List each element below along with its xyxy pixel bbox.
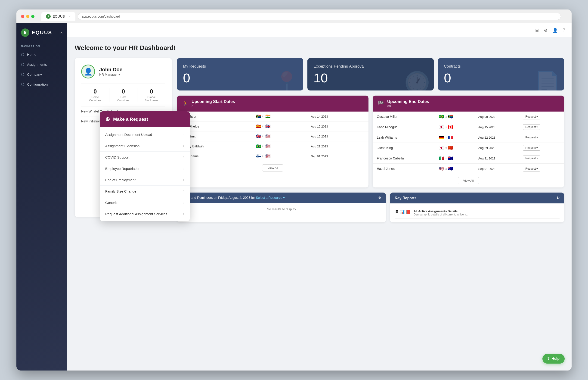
view-all-end-btn[interactable]: View All xyxy=(458,177,479,184)
sidebar-item-company[interactable]: ⬡ Company xyxy=(17,69,67,79)
sidebar-configuration-label: Configuration xyxy=(27,82,48,86)
sidebar-item-home[interactable]: ⬡ Home xyxy=(17,50,67,59)
profile-role[interactable]: HR Manager ▾ xyxy=(99,73,122,76)
sidebar-item-configuration[interactable]: ⬡ Configuration xyxy=(17,79,67,89)
sidebar-company-label: Company xyxy=(27,73,42,76)
close-dot[interactable] xyxy=(21,15,24,18)
tasks-gear-icon[interactable]: ⚙ xyxy=(378,196,381,199)
date-cell: Aug 21 2023 xyxy=(307,141,368,151)
equus-favicon: E xyxy=(46,14,51,19)
spreadsheet-icon: 📊 xyxy=(400,209,405,214)
help-button[interactable]: ? Help xyxy=(542,354,565,363)
make-request-title: Make a Request xyxy=(113,117,148,122)
pdf-icon: 📕 xyxy=(406,209,411,214)
list-item[interactable]: Request Additional Assignment Services › xyxy=(100,208,190,219)
request-item-label: Employee Repatriation xyxy=(105,167,140,171)
sidebar-item-assignments[interactable]: ⬡ Assignments xyxy=(17,59,67,69)
view-all-start-row: View All xyxy=(177,161,368,175)
date-cell: Sep 01 2023 xyxy=(474,164,519,174)
stat-card-my-requests[interactable]: My Requests 0 📍 xyxy=(177,58,303,91)
profile-top: 👤 John Doe HR Manager ▾ xyxy=(81,65,165,78)
settings-browser-icon[interactable]: ⋮ xyxy=(563,14,567,19)
date-cell: Aug 08 2023 xyxy=(474,112,519,122)
my-requests-title: My Requests xyxy=(183,64,206,69)
sidebar-home-label: Home xyxy=(27,53,36,57)
make-request-header: ⊕ Make a Request xyxy=(100,111,190,127)
table-row: Aubrey Baldwin 🇧🇷 to 🇺🇸 Aug 21 2023 xyxy=(177,141,368,151)
reports-refresh-icon[interactable]: ↻ xyxy=(556,196,560,200)
request-item-label: Assignment Extension xyxy=(105,144,140,148)
browser-tab[interactable]: E EQUUS × xyxy=(41,12,75,20)
home-countries-label: HomeCountries xyxy=(81,95,109,102)
upcoming-start-header: 🏃 Upcoming Start Dates 5 xyxy=(177,95,368,112)
user-icon[interactable]: 👤 xyxy=(553,28,558,33)
request-item-label: Generic xyxy=(105,201,117,205)
request-item-label: Family Size Change xyxy=(105,189,136,193)
date-cell: Sep 01 2023 xyxy=(307,151,368,161)
help-circle-icon[interactable]: ? xyxy=(563,28,565,33)
settings-icon[interactable]: ⚙ xyxy=(544,28,548,33)
help-circle-icon-btn: ? xyxy=(548,357,550,361)
request-btn[interactable]: Request ▾ xyxy=(523,135,540,140)
view-all-start-btn[interactable]: View All xyxy=(262,164,283,171)
flag-pair: 🇬🇧 to 🇺🇸 xyxy=(252,132,307,141)
filter-icon[interactable]: ⊞ xyxy=(535,28,539,33)
stat-card-exceptions[interactable]: Exceptions Pending Approval 10 🕐 xyxy=(307,58,434,91)
request-btn[interactable]: Request ▾ xyxy=(523,114,540,119)
table-row: Gustave Miller 🇧🇷 to 🇿🇦 Aug 08 2023 Requ… xyxy=(373,112,564,122)
request-btn[interactable]: Request ▾ xyxy=(523,145,540,151)
tab-close-btn[interactable]: × xyxy=(69,15,71,18)
minimize-dot[interactable] xyxy=(26,15,29,18)
request-btn[interactable]: Request ▾ xyxy=(523,166,540,171)
contract-doc-icon: 📄 xyxy=(534,72,560,91)
company-icon: ⬡ xyxy=(21,72,24,76)
upcoming-start-count: 5 xyxy=(192,104,235,108)
global-employees-label: GlobalEmployees xyxy=(137,95,165,102)
table-row: Francesco Cabella 🇮🇹 to 🇦🇺 Aug 31 2023 R… xyxy=(373,153,564,164)
upcoming-start-table: Tom Martin 🇿🇦 to 🇮🇳 Aug 14 2023 Mary Phe… xyxy=(177,112,368,175)
request-btn[interactable]: Request ▾ xyxy=(523,155,540,161)
date-cell: Aug 31 2023 xyxy=(474,153,519,164)
upcoming-end-count: 38 xyxy=(387,104,429,108)
person-name: Katie Minogue xyxy=(373,122,435,132)
help-label: Help xyxy=(551,357,560,361)
upcoming-start-card: 🏃 Upcoming Start Dates 5 Tom Martin 🇿🇦 xyxy=(177,95,368,188)
clock-icon: 🕐 xyxy=(404,72,430,91)
list-item[interactable]: COVID Support › xyxy=(100,152,190,163)
request-btn[interactable]: Request ▾ xyxy=(523,124,540,130)
list-item[interactable]: Assignment Extension › xyxy=(100,140,190,152)
list-item[interactable]: Family Size Change › xyxy=(100,186,190,197)
date-cell: Aug 22 2023 xyxy=(474,132,519,143)
request-btn-cell: Request ▾ xyxy=(519,122,564,132)
report-item[interactable]: 🖥 📊 📕 All Active Assignments Details Dem… xyxy=(395,207,560,219)
reports-title: Key Reports xyxy=(395,196,416,200)
location-pin-icon: 📍 xyxy=(274,72,300,91)
list-item[interactable]: Assignment Document Upload › xyxy=(100,129,190,140)
address-bar[interactable] xyxy=(78,13,561,20)
list-item[interactable]: Generic › xyxy=(100,197,190,208)
stat-global-employees: 0 GlobalEmployees xyxy=(137,88,165,102)
request-btn-cell: Request ▾ xyxy=(519,164,564,174)
flag-pair: 🇪🇸 to 🇬🇧 xyxy=(252,121,307,132)
report-desc: Demographic details of all current, acti… xyxy=(414,213,468,216)
exceptions-number: 10 xyxy=(313,72,365,84)
window-icon: 🖥 xyxy=(395,209,399,214)
request-item-label: End of Employment xyxy=(105,178,136,182)
chevron-right-icon: › xyxy=(183,144,184,148)
report-title: All Active Assignments Details xyxy=(414,209,468,213)
flag-pair: 🇺🇸 to 🇦🇺 xyxy=(435,164,474,174)
flag-pair: 🇿🇦 to 🇮🇳 xyxy=(252,112,307,121)
avatar: 👤 xyxy=(81,65,95,78)
select-resource-link[interactable]: Select a Resource ▾ xyxy=(256,196,285,199)
logo-icon: E xyxy=(21,28,29,37)
list-item[interactable]: Employee Repatriation › xyxy=(100,163,190,174)
list-item[interactable]: End of Employment › xyxy=(100,174,190,186)
stat-card-contracts[interactable]: Contracts 0 📄 xyxy=(438,58,564,91)
table-row: Leah Williams 🇩🇪 to 🇫🇷 Aug 22 2023 Reque… xyxy=(373,132,564,143)
upcoming-end-card: 🏁 Upcoming End Dates 38 Gustave Miller 🇧… xyxy=(373,95,564,188)
sidebar-close-btn[interactable]: × xyxy=(60,30,63,35)
maximize-dot[interactable] xyxy=(31,15,35,18)
flag-icon: 🏁 xyxy=(378,101,384,107)
home-countries-number: 0 xyxy=(81,88,109,95)
stat-host-countries: 0 HostCountries xyxy=(109,88,137,102)
